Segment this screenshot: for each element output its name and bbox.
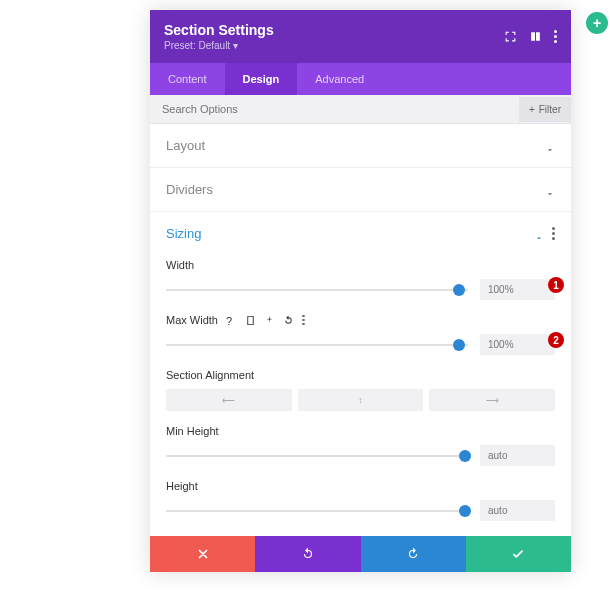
panel-title: Section Settings: [164, 22, 274, 38]
annotation-1: 1: [548, 277, 564, 293]
group-header-sizing[interactable]: Sizing: [150, 212, 571, 255]
field-max-height: Max Height: [166, 535, 555, 536]
settings-panel: Section Settings Preset: Default ▾ Conte…: [150, 10, 571, 572]
slider-min-height[interactable]: [166, 455, 468, 457]
plus-icon: +: [593, 15, 601, 31]
panel-header: Section Settings Preset: Default ▾: [150, 10, 571, 63]
label-section-alignment: Section Alignment: [166, 369, 254, 381]
group-title-layout: Layout: [166, 138, 205, 153]
preset-dropdown[interactable]: Preset: Default ▾: [164, 40, 274, 51]
field-width: Width 1: [166, 259, 555, 300]
reset-icon[interactable]: [283, 315, 294, 326]
check-icon: [511, 547, 525, 561]
tab-advanced[interactable]: Advanced: [297, 63, 382, 95]
tablet-icon[interactable]: [245, 315, 256, 326]
close-button[interactable]: [150, 536, 255, 572]
group-header-layout[interactable]: Layout: [150, 124, 571, 167]
slider-width[interactable]: [166, 289, 468, 291]
chevron-down-icon: [545, 185, 555, 195]
panel-footer: [150, 536, 571, 572]
layers-icon[interactable]: [529, 30, 542, 43]
filter-row: + Filter: [150, 95, 571, 124]
align-left-button[interactable]: ⟵: [166, 389, 292, 411]
header-left: Section Settings Preset: Default ▾: [164, 22, 274, 51]
align-right-button[interactable]: ⟶: [429, 389, 555, 411]
slider-max-width[interactable]: [166, 344, 468, 346]
group-dividers: Dividers: [150, 168, 571, 212]
slider-thumb[interactable]: [459, 450, 471, 462]
redo-button[interactable]: [361, 536, 466, 572]
plus-icon: +: [529, 104, 535, 115]
expand-icon[interactable]: [504, 30, 517, 43]
group-menu-icon[interactable]: [552, 227, 555, 240]
field-height: Height: [166, 480, 555, 521]
header-menu-icon[interactable]: [554, 30, 557, 43]
group-title-dividers: Dividers: [166, 182, 213, 197]
label-max-height: Max Height: [166, 535, 222, 536]
slider-height[interactable]: [166, 510, 468, 512]
field-toolbar: ?: [226, 315, 313, 326]
chevron-up-icon: [534, 229, 544, 239]
header-icons: [504, 30, 557, 43]
tab-content[interactable]: Content: [150, 63, 225, 95]
tab-design[interactable]: Design: [225, 63, 298, 95]
hover-icon[interactable]: [264, 315, 275, 326]
close-icon: [196, 547, 210, 561]
group-header-dividers[interactable]: Dividers: [150, 168, 571, 211]
chevron-down-icon: [545, 141, 555, 151]
label-height: Height: [166, 480, 198, 492]
slider-thumb[interactable]: [459, 505, 471, 517]
group-sizing: Sizing Width 1: [150, 212, 571, 536]
add-section-fab[interactable]: +: [586, 12, 608, 34]
label-width: Width: [166, 259, 194, 271]
sizing-body: Width 1 Max Width ?: [150, 255, 571, 536]
group-layout: Layout: [150, 124, 571, 168]
annotation-2: 2: [548, 332, 564, 348]
label-max-width: Max Width: [166, 314, 218, 326]
input-width[interactable]: [480, 279, 555, 300]
field-section-alignment: Section Alignment ⟵ ↕ ⟶: [166, 369, 555, 411]
save-button[interactable]: [466, 536, 571, 572]
field-min-height: Min Height: [166, 425, 555, 466]
slider-thumb[interactable]: [453, 339, 465, 351]
input-max-width[interactable]: [480, 334, 555, 355]
help-icon[interactable]: ?: [226, 315, 237, 326]
field-max-width: Max Width ?: [166, 314, 555, 355]
slider-thumb[interactable]: [453, 284, 465, 296]
panel-body: Layout Dividers Sizing Width: [150, 124, 571, 536]
align-center-button[interactable]: ↕: [298, 389, 424, 411]
input-height[interactable]: [480, 500, 555, 521]
filter-button[interactable]: + Filter: [519, 97, 571, 122]
label-min-height: Min Height: [166, 425, 219, 437]
redo-icon: [406, 547, 420, 561]
field-menu-icon[interactable]: [302, 315, 313, 326]
group-title-sizing: Sizing: [166, 226, 201, 241]
search-input[interactable]: [150, 95, 519, 123]
undo-icon: [301, 547, 315, 561]
filter-label: Filter: [539, 104, 561, 115]
input-min-height[interactable]: [480, 445, 555, 466]
tabs: Content Design Advanced: [150, 63, 571, 95]
undo-button[interactable]: [255, 536, 360, 572]
